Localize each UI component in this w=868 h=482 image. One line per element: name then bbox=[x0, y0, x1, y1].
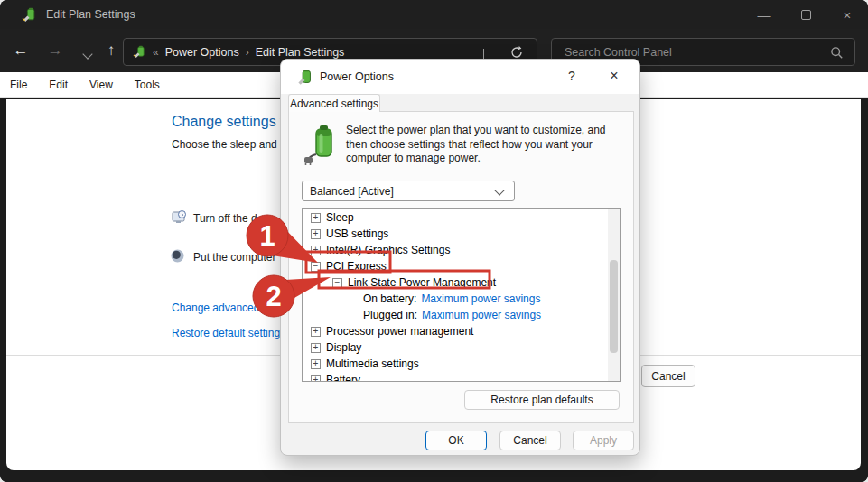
collapse-icon[interactable]: − bbox=[311, 262, 321, 272]
tab-advanced-settings[interactable]: Advanced settings bbox=[288, 94, 380, 112]
window-title: Edit Plan Settings bbox=[46, 8, 135, 21]
breadcrumb-separator-icon: › bbox=[246, 46, 249, 59]
restore-plan-defaults-button[interactable]: Restore plan defaults bbox=[464, 390, 620, 410]
close-button[interactable]: × bbox=[826, 0, 868, 29]
advanced-settings-tab-page: Select the power plan that you want to c… bbox=[288, 111, 634, 423]
tree-item-label: Battery bbox=[326, 374, 360, 382]
page-cancel-button[interactable]: Cancel bbox=[641, 365, 695, 387]
up-button[interactable]: ↑ bbox=[98, 37, 125, 64]
breadcrumb-power-options[interactable]: Power Options bbox=[165, 46, 239, 59]
tree-scrollbar[interactable] bbox=[608, 209, 620, 381]
refresh-icon[interactable] bbox=[509, 45, 524, 60]
chevron-down-icon bbox=[82, 49, 92, 59]
expand-icon[interactable]: + bbox=[311, 375, 321, 383]
search-icon[interactable] bbox=[830, 46, 844, 60]
menu-file[interactable]: File bbox=[0, 79, 38, 91]
breadcrumb-edit-plan-settings[interactable]: Edit Plan Settings bbox=[256, 46, 345, 59]
plugged-in-value-link[interactable]: Maximum power savings bbox=[422, 309, 541, 321]
tree-item-usb-settings[interactable]: + USB settings bbox=[303, 226, 620, 242]
tree-item-label: Display bbox=[326, 341, 361, 354]
tree-item-sleep[interactable]: + Sleep bbox=[303, 209, 620, 226]
search-input[interactable] bbox=[563, 45, 819, 60]
tree-item-processor-power-management[interactable]: + Processor power management bbox=[303, 323, 620, 339]
minimize-button[interactable]: — bbox=[743, 0, 785, 29]
page-subtitle: Choose the sleep and d bbox=[172, 138, 286, 151]
put-computer-to-sleep-label: Put the computer bbox=[193, 251, 275, 264]
expand-icon[interactable]: + bbox=[311, 359, 321, 369]
tree-setting-label: On battery: bbox=[363, 292, 416, 305]
tree-item-plugged-in: Plugged in: Maximum power savings bbox=[303, 307, 620, 323]
tree-item-link-state-power-management[interactable]: − Link State Power Management bbox=[303, 274, 620, 291]
dialog-title: Power Options bbox=[320, 70, 394, 83]
forward-button[interactable]: → bbox=[42, 37, 69, 64]
breadcrumb-overflow[interactable]: « bbox=[153, 46, 159, 59]
advanced-settings-tree: + Sleep + USB settings + Intel(R) Graphi… bbox=[302, 208, 621, 382]
tree-item-battery[interactable]: + Battery bbox=[303, 372, 620, 382]
tree-item-label: PCI Express bbox=[326, 260, 387, 273]
apply-button[interactable]: Apply bbox=[573, 431, 634, 450]
expand-icon[interactable]: + bbox=[311, 213, 321, 223]
power-plan-select[interactable]: Balanced [Active] bbox=[302, 181, 515, 201]
expand-icon[interactable]: + bbox=[311, 246, 321, 255]
maximize-button[interactable] bbox=[785, 0, 826, 29]
power-plan-selected-value: Balanced [Active] bbox=[310, 185, 394, 198]
app-window: Edit Plan Settings — × ← → ↑ « Power Opt… bbox=[0, 0, 868, 482]
change-advanced-power-settings-link[interactable]: Change advanced bbox=[172, 301, 259, 314]
tree-item-display[interactable]: + Display bbox=[303, 339, 620, 356]
breadcrumb-power-icon bbox=[133, 45, 146, 59]
ok-button[interactable]: OK bbox=[425, 431, 487, 450]
turn-off-display-label: Turn off the d bbox=[193, 212, 257, 225]
menu-tools[interactable]: Tools bbox=[124, 79, 171, 91]
power-plan-battery-icon bbox=[303, 124, 338, 165]
tree-item-label: Processor power management bbox=[326, 325, 473, 338]
scrollbar-thumb[interactable] bbox=[610, 260, 618, 353]
tree-item-multimedia-settings[interactable]: + Multimedia settings bbox=[303, 356, 620, 372]
turn-off-display-icon bbox=[172, 209, 187, 225]
menu-edit[interactable]: Edit bbox=[38, 79, 79, 91]
expand-icon[interactable]: + bbox=[311, 229, 321, 239]
tree-item-label: Sleep bbox=[326, 211, 354, 224]
tree-item-pci-express[interactable]: − PCI Express bbox=[303, 258, 620, 274]
dialog-title-bar: Power Options ? × bbox=[281, 60, 639, 94]
tree-item-label: Multimedia settings bbox=[326, 357, 419, 370]
chevron-down-icon bbox=[494, 185, 504, 195]
power-options-dialog: Power Options ? × Advanced settings Sele… bbox=[280, 59, 640, 456]
page-title: Change settings f bbox=[172, 114, 285, 130]
dialog-description: Select the power plan that you want to c… bbox=[346, 124, 619, 166]
back-button[interactable]: ← bbox=[7, 37, 34, 64]
expand-icon[interactable]: + bbox=[311, 327, 321, 337]
power-options-app-icon bbox=[22, 7, 37, 23]
dialog-close-button[interactable]: × bbox=[596, 60, 632, 92]
dialog-power-icon bbox=[296, 69, 313, 86]
tree-item-label: USB settings bbox=[326, 227, 388, 240]
title-bar: Edit Plan Settings — × bbox=[0, 0, 868, 29]
tree-setting-label: Plugged in: bbox=[363, 309, 417, 321]
dialog-help-button[interactable]: ? bbox=[554, 60, 590, 92]
restore-default-settings-link[interactable]: Restore default setting bbox=[172, 327, 280, 339]
tree-item-intel-graphics[interactable]: + Intel(R) Graphics Settings bbox=[303, 242, 620, 258]
tree-item-on-battery: On battery: Maximum power savings bbox=[303, 291, 620, 307]
menu-view[interactable]: View bbox=[79, 79, 124, 91]
tree-item-label: Intel(R) Graphics Settings bbox=[326, 244, 450, 256]
tree-item-label: Link State Power Management bbox=[348, 276, 496, 289]
maximize-icon bbox=[801, 10, 811, 20]
dialog-cancel-button[interactable]: Cancel bbox=[499, 431, 561, 450]
expand-icon[interactable]: + bbox=[311, 343, 321, 353]
collapse-icon[interactable]: − bbox=[332, 278, 342, 288]
sleep-icon bbox=[170, 248, 185, 264]
on-battery-value-link[interactable]: Maximum power savings bbox=[421, 292, 540, 305]
